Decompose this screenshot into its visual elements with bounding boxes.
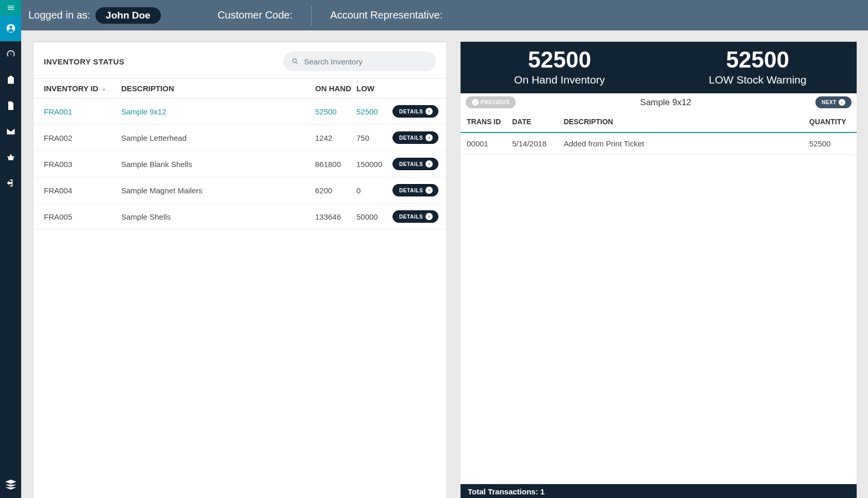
user-circle-icon <box>6 23 16 34</box>
column-header-transid[interactable]: TRANS ID <box>467 118 512 126</box>
inventory-row[interactable]: FRA003Sample Blank Shells861800150000DET… <box>34 151 446 177</box>
chevron-right-icon: › <box>839 99 845 106</box>
menu-toggle-button[interactable] <box>0 0 21 15</box>
inventory-onhand: 1242 <box>315 134 356 142</box>
inventory-low: 50000 <box>356 212 392 221</box>
inventory-status-panel: INVENTORY STATUS INVENTORY ID▲ DESCRIPTI… <box>34 42 446 498</box>
inventory-table: INVENTORY ID▲ DESCRIPTION ON HAND LOW FR… <box>34 78 446 230</box>
inventory-row[interactable]: FRA001Sample 9x125250052500DETAILS › <box>34 98 446 125</box>
summary-low-label: LOW Stock Warning <box>659 74 857 86</box>
summary-bar: 52500 On Hand Inventory 52500 LOW Stock … <box>461 42 857 93</box>
inventory-row[interactable]: FRA002Sample Letterhead1242750DETAILS › <box>34 125 446 151</box>
details-button[interactable]: DETAILS › <box>392 105 438 118</box>
sidebar-item-dashboard[interactable] <box>0 41 21 67</box>
chevron-left-icon: ‹ <box>472 99 479 106</box>
footer-count: 1 <box>541 487 545 496</box>
search-icon <box>291 57 299 65</box>
summary-low: 52500 LOW Stock Warning <box>659 42 857 93</box>
sidebar <box>0 0 21 498</box>
envelope-icon <box>6 126 16 137</box>
sidebar-item-account[interactable] <box>0 15 21 41</box>
logout-icon <box>6 178 16 188</box>
previous-button[interactable]: ‹ PREVIOUS <box>466 96 516 108</box>
chevron-right-icon: › <box>425 134 433 141</box>
hamburger-icon <box>7 4 15 12</box>
panel-header: INVENTORY STATUS <box>34 42 446 78</box>
brand-logo <box>0 472 21 498</box>
search-box[interactable] <box>283 52 436 71</box>
column-header-low[interactable]: LOW <box>356 84 392 93</box>
trans-id: 00001 <box>467 139 512 148</box>
transaction-row[interactable]: 000015/14/2018Added from Print Ticket525… <box>461 133 857 155</box>
document-icon <box>6 101 16 111</box>
chevron-right-icon: › <box>425 213 433 220</box>
inventory-onhand: 133646 <box>315 212 356 221</box>
account-rep-label: Account Representative: <box>330 9 443 21</box>
inventory-id: FRA002 <box>44 134 121 142</box>
svg-point-1 <box>9 26 12 29</box>
details-button[interactable]: DETAILS › <box>392 210 438 223</box>
transactions-table: TRANS ID DATE DESCRIPTION QUANTITY 00001… <box>461 111 857 155</box>
column-header-id[interactable]: INVENTORY ID▲ <box>44 84 121 93</box>
search-input[interactable] <box>304 57 428 66</box>
inventory-table-header: INVENTORY ID▲ DESCRIPTION ON HAND LOW <box>34 78 446 98</box>
details-button[interactable]: DETAILS › <box>392 158 438 170</box>
inventory-low: 52500 <box>356 107 392 116</box>
column-header-date[interactable]: DATE <box>512 118 564 126</box>
summary-low-value: 52500 <box>659 47 857 73</box>
chevron-right-icon: › <box>425 187 433 194</box>
transactions-footer: Total Transactions: 1 <box>461 484 857 498</box>
sidebar-item-logout[interactable] <box>0 170 21 196</box>
trans-date: 5/14/2018 <box>512 139 564 148</box>
chevron-right-icon: › <box>425 160 433 168</box>
footer-label: Total Transactions: <box>468 487 541 496</box>
inventory-id: FRA001 <box>44 107 121 116</box>
inventory-low: 0 <box>356 186 392 195</box>
topbar: Logged in as: John Doe Customer Code: Ac… <box>21 0 868 30</box>
panel-title: INVENTORY STATUS <box>44 57 124 66</box>
sidebar-item-basket[interactable] <box>0 144 21 170</box>
inventory-low: 150000 <box>356 160 392 169</box>
inventory-onhand: 861800 <box>315 160 356 169</box>
column-header-desc2[interactable]: DESCRIPTION <box>564 118 809 126</box>
column-header-qty[interactable]: QUANTITY <box>809 118 850 126</box>
inventory-row[interactable]: FRA004Sample Magnet Mailers62000DETAILS … <box>34 177 446 204</box>
inventory-id: FRA004 <box>44 186 121 195</box>
trans-desc: Added from Print Ticket <box>564 139 809 148</box>
inventory-detail-panel: 52500 On Hand Inventory 52500 LOW Stock … <box>461 42 857 498</box>
inventory-id: FRA005 <box>44 212 121 221</box>
summary-onhand-label: On Hand Inventory <box>461 74 659 86</box>
sidebar-item-mail[interactable] <box>0 119 21 144</box>
inventory-row[interactable]: FRA005Sample Shells13364650000DETAILS › <box>34 204 446 230</box>
inventory-desc: Sample Shells <box>121 212 315 221</box>
inventory-low: 750 <box>356 134 392 142</box>
inventory-desc: Sample Letterhead <box>121 134 315 142</box>
sort-asc-icon: ▲ <box>101 85 107 92</box>
clipboard-icon <box>6 75 16 85</box>
inventory-onhand: 52500 <box>315 107 356 116</box>
chevron-right-icon: › <box>425 108 433 115</box>
main-content: INVENTORY STATUS INVENTORY ID▲ DESCRIPTI… <box>21 30 868 498</box>
detail-item-name: Sample 9x12 <box>516 97 815 108</box>
customer-code-label: Customer Code: <box>218 9 293 21</box>
user-name-pill[interactable]: John Doe <box>95 7 161 24</box>
sidebar-item-clipboard[interactable] <box>0 67 21 93</box>
dashboard-gauge-icon <box>6 49 16 59</box>
stack-icon <box>4 478 18 492</box>
details-button[interactable]: DETAILS › <box>392 184 438 196</box>
detail-nav-row: ‹ PREVIOUS Sample 9x12 NEXT › <box>461 93 857 111</box>
inventory-desc: Sample Magnet Mailers <box>121 186 315 195</box>
summary-onhand: 52500 On Hand Inventory <box>461 42 659 93</box>
transactions-table-header: TRANS ID DATE DESCRIPTION QUANTITY <box>461 111 857 133</box>
basket-icon <box>6 152 16 162</box>
column-header-desc[interactable]: DESCRIPTION <box>121 84 315 93</box>
column-header-onhand[interactable]: ON HAND <box>315 84 356 93</box>
logged-in-label: Logged in as: <box>28 9 90 21</box>
inventory-desc: Sample Blank Shells <box>121 160 315 169</box>
details-button[interactable]: DETAILS › <box>392 131 438 144</box>
sidebar-item-document[interactable] <box>0 93 21 119</box>
inventory-id: FRA003 <box>44 160 121 169</box>
next-button[interactable]: NEXT › <box>815 96 851 108</box>
svg-point-2 <box>292 59 296 62</box>
inventory-desc: Sample 9x12 <box>121 107 315 116</box>
